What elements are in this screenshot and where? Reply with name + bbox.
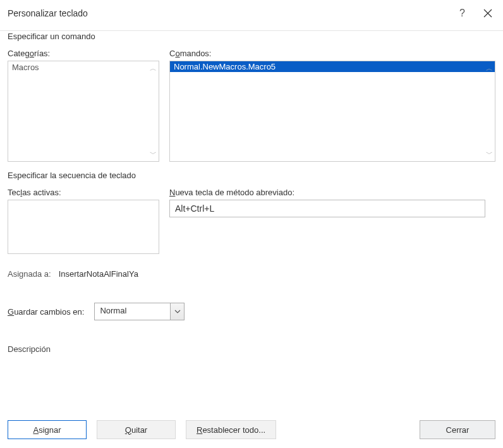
commands-label: Comandos: (169, 49, 495, 58)
chevron-up-icon[interactable]: ︿ (486, 64, 493, 73)
help-icon[interactable]: ? (459, 8, 465, 19)
scrollbar[interactable]: ︿ ﹀ (147, 61, 159, 161)
assign-button[interactable]: Asignar (8, 420, 87, 439)
new-shortcut-input[interactable] (169, 200, 485, 217)
save-changes-value: Normal (95, 303, 170, 320)
chevron-up-icon[interactable]: ︿ (150, 64, 157, 73)
section-keyseq-title: Especificar la secuencia de teclado (8, 171, 495, 180)
close-icon[interactable] (482, 7, 494, 20)
commands-col: Comandos: Normal.NewMacros.Macro5 ︿ ﹀ (169, 49, 495, 162)
content-area: Especificar un comando Categorías: Macro… (0, 25, 503, 354)
commands-listbox[interactable]: Normal.NewMacros.Macro5 ︿ ﹀ (169, 61, 495, 162)
assigned-to-value: InsertarNotaAlFinalYa (59, 269, 138, 279)
reset-button: Restablecer todo... (186, 420, 276, 439)
list-item[interactable]: Macros (8, 61, 159, 73)
new-key-label: Nueva tecla de método abreviado: (169, 188, 485, 197)
chevron-down-icon[interactable]: ﹀ (150, 149, 157, 159)
active-keys-col: Teclas activas: ︿﹀ (8, 188, 159, 254)
active-keys-label: Teclas activas: (8, 188, 159, 197)
dialog-title: Personalizar teclado (8, 8, 88, 18)
list-item[interactable]: Normal.NewMacros.Macro5 (170, 61, 495, 72)
save-changes-label: Guardar cambios en: (8, 307, 84, 317)
assigned-to-label: Asignada a: (8, 269, 51, 279)
active-keys-listbox[interactable]: ︿﹀ (8, 200, 159, 254)
button-row: Asignar Quitar Restablecer todo... Cerra… (8, 420, 495, 439)
save-changes-select[interactable]: Normal (94, 303, 185, 320)
titlebar-controls: ? (459, 7, 494, 20)
section-command-title: Especificar un comando (8, 32, 495, 41)
description-title: Descripción (8, 344, 495, 354)
close-button[interactable]: Cerrar (420, 420, 495, 439)
keyseq-columns: Teclas activas: ︿﹀ Nueva tecla de método… (8, 188, 495, 254)
chevron-down-icon[interactable] (170, 303, 184, 320)
save-changes-row: Guardar cambios en: Normal (8, 303, 495, 320)
chevron-down-icon[interactable]: ﹀ (486, 149, 493, 159)
categories-col: Categorías: Macros ︿ ﹀ (8, 49, 159, 162)
titlebar-divider (0, 30, 503, 31)
categories-listbox[interactable]: Macros ︿ ﹀ (8, 61, 159, 162)
categories-label: Categorías: (8, 49, 159, 58)
new-key-col: Nueva tecla de método abreviado: (169, 188, 485, 254)
assigned-to-row: Asignada a: InsertarNotaAlFinalYa (8, 269, 495, 279)
command-columns: Categorías: Macros ︿ ﹀ Comandos: Normal.… (8, 49, 495, 162)
remove-button: Quitar (97, 420, 176, 439)
scrollbar[interactable]: ︿ ﹀ (483, 61, 495, 161)
titlebar: Personalizar teclado ? (0, 0, 503, 25)
scrollbar[interactable]: ︿﹀ (147, 200, 159, 253)
